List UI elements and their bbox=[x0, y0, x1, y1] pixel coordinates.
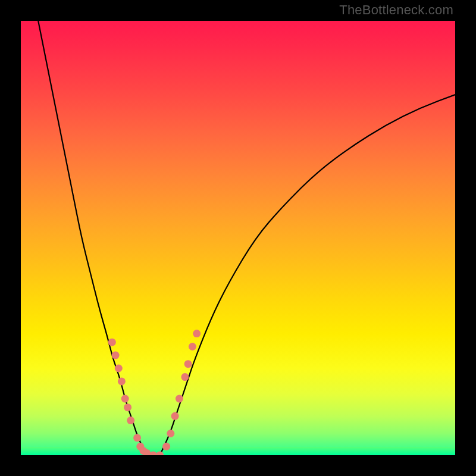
curve-left-branch bbox=[38, 21, 147, 455]
chart-marker bbox=[118, 377, 126, 385]
chart-marker bbox=[127, 416, 134, 424]
chart-marker bbox=[124, 403, 131, 411]
chart-marker bbox=[156, 452, 164, 456]
chart-marker bbox=[162, 443, 170, 450]
chart-marker bbox=[108, 339, 116, 346]
chart-marker bbox=[171, 412, 179, 420]
chart-marker bbox=[184, 360, 192, 368]
chart-marker bbox=[115, 365, 123, 372]
chart-curve bbox=[38, 21, 455, 455]
chart-marker bbox=[181, 373, 189, 381]
chart-marker bbox=[176, 395, 183, 403]
chart-marker bbox=[133, 434, 141, 441]
chart-marker bbox=[112, 352, 120, 359]
curve-right-branch bbox=[160, 95, 455, 455]
watermark-text: TheBottleneck.com bbox=[339, 2, 453, 18]
chart-svg bbox=[21, 21, 455, 455]
chart-marker bbox=[121, 395, 129, 403]
chart-marker bbox=[167, 430, 174, 437]
chart-marker bbox=[189, 343, 196, 350]
chart-markers bbox=[108, 330, 201, 455]
chart-marker bbox=[193, 330, 201, 337]
chart-plot-area bbox=[21, 21, 455, 455]
